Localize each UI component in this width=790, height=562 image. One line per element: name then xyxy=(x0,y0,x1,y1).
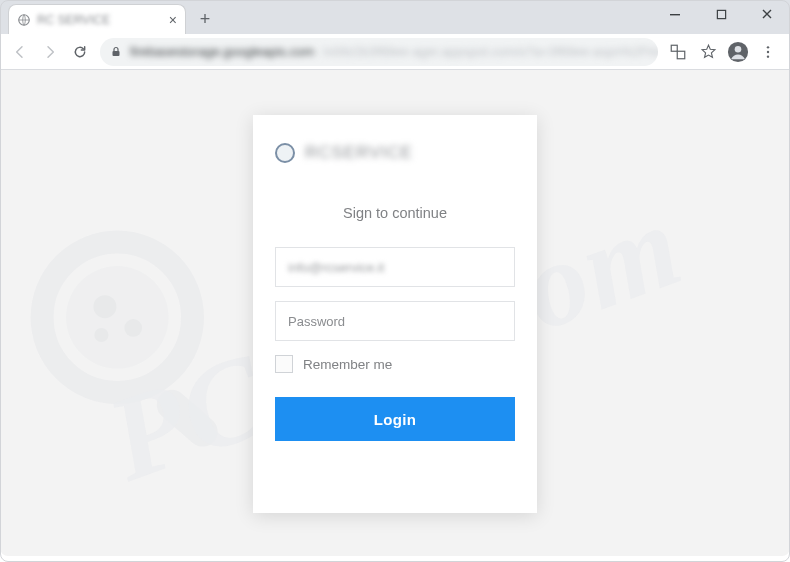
svg-rect-2 xyxy=(717,10,725,18)
forward-button[interactable] xyxy=(36,38,64,66)
window-controls xyxy=(652,0,790,34)
email-field[interactable]: info@rcservice.it xyxy=(275,247,515,287)
svg-point-7 xyxy=(735,45,742,52)
svg-point-8 xyxy=(767,46,769,48)
url-host: firebasestorage.googleapis.com xyxy=(130,44,314,59)
login-button[interactable]: Login xyxy=(275,397,515,441)
kebab-menu-icon[interactable] xyxy=(754,38,782,66)
svg-point-9 xyxy=(767,50,769,52)
lock-icon xyxy=(110,45,122,59)
back-button[interactable] xyxy=(6,38,34,66)
globe-icon xyxy=(275,143,295,163)
svg-rect-5 xyxy=(677,51,685,59)
page-viewport: PCrisk.com RCSERVICE Sign to continue in… xyxy=(0,70,790,556)
form-heading: Sign to continue xyxy=(275,205,515,221)
browser-toolbar: firebasestorage.googleapis.com /v0/b/2b3… xyxy=(0,34,790,70)
svg-rect-1 xyxy=(670,14,680,15)
email-value: info@rcservice.it xyxy=(288,260,384,275)
svg-point-12 xyxy=(66,266,169,369)
address-bar[interactable]: firebasestorage.googleapis.com /v0/b/2b3… xyxy=(100,38,658,66)
window-close-button[interactable] xyxy=(744,0,790,28)
window-minimize-button[interactable] xyxy=(652,0,698,28)
reload-button[interactable] xyxy=(66,38,94,66)
svg-rect-4 xyxy=(671,45,677,51)
remember-me-label: Remember me xyxy=(303,357,392,372)
svg-point-10 xyxy=(767,55,769,57)
svg-point-14 xyxy=(124,319,142,337)
svg-point-11 xyxy=(42,242,192,392)
bookmark-star-icon[interactable] xyxy=(694,38,722,66)
window-maximize-button[interactable] xyxy=(698,0,744,28)
remember-me-row[interactable]: Remember me xyxy=(275,355,515,373)
password-field[interactable]: Password xyxy=(275,301,515,341)
watermark-magnifier-icon xyxy=(20,220,250,450)
svg-point-13 xyxy=(93,295,116,318)
login-button-label: Login xyxy=(374,411,416,428)
profile-avatar-icon[interactable] xyxy=(724,38,752,66)
browser-tab[interactable]: RC SERVICE × xyxy=(8,4,186,34)
browser-titlebar: RC SERVICE × + xyxy=(0,0,790,34)
close-tab-icon[interactable]: × xyxy=(169,13,177,27)
brand-row: RCSERVICE xyxy=(275,141,515,165)
svg-rect-3 xyxy=(113,51,120,56)
globe-icon xyxy=(17,13,31,27)
password-placeholder: Password xyxy=(288,314,345,329)
checkbox-icon[interactable] xyxy=(275,355,293,373)
translate-icon[interactable] xyxy=(664,38,692,66)
svg-rect-16 xyxy=(151,384,224,450)
tab-title: RC SERVICE xyxy=(37,13,163,27)
new-tab-button[interactable]: + xyxy=(192,6,218,32)
svg-point-15 xyxy=(94,328,108,342)
brand-title: RCSERVICE xyxy=(305,143,413,163)
url-path: /v0/b/2b3f69ee-ager.appspot.com/o?a=3f69… xyxy=(322,44,658,59)
login-card: RCSERVICE Sign to continue info@rcservic… xyxy=(253,115,537,513)
